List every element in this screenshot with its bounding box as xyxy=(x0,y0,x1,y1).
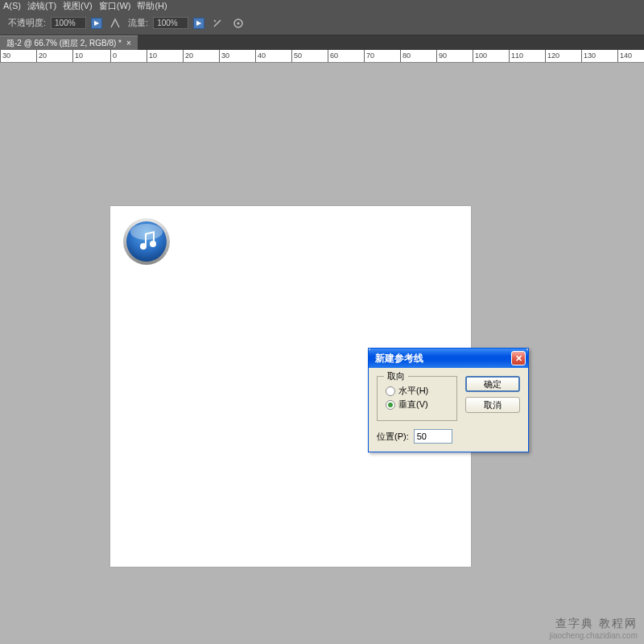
menu-item[interactable]: 滤镜(T) xyxy=(27,0,56,12)
opacity-value[interactable]: 100% xyxy=(51,17,86,29)
new-guide-dialog: 新建参考线 ✕ 取向 水平(H) 垂直(V) 位置(P): xyxy=(368,348,529,452)
menu-item[interactable]: 帮助(H) xyxy=(137,0,167,12)
ruler-tick: 50 xyxy=(291,50,302,63)
ruler-tick: 20 xyxy=(36,50,47,63)
ruler-tick: 130 xyxy=(581,50,596,63)
ruler-tick: 90 xyxy=(436,50,447,63)
flow-label: 流量: xyxy=(128,17,148,29)
menu-item[interactable]: 窗口(W) xyxy=(99,0,131,12)
ruler-tick: 0 xyxy=(110,50,117,63)
ruler-tick: 120 xyxy=(545,50,559,63)
airbrush-icon[interactable] xyxy=(209,16,225,31)
radio-vertical[interactable]: 垂直(V) xyxy=(386,398,448,411)
dialog-titlebar[interactable]: 新建参考线 ✕ xyxy=(369,349,528,368)
ruler-tick: 140 xyxy=(617,50,632,63)
options-bar: 不透明度: 100% ▶ 流量: 100% ▶ xyxy=(0,11,644,35)
ok-button[interactable]: 确定 xyxy=(465,376,520,392)
menu-bar: A(S) 滤镜(T) 视图(V) 窗口(W) 帮助(H) xyxy=(0,0,644,11)
ruler-tick: 40 xyxy=(255,50,266,63)
pressure-icon[interactable] xyxy=(107,16,123,31)
radio-icon xyxy=(386,400,395,410)
position-input[interactable] xyxy=(414,429,452,444)
close-icon[interactable]: × xyxy=(126,39,131,47)
itunes-icon xyxy=(122,217,171,266)
ruler-tick: 70 xyxy=(364,50,374,63)
menu-item[interactable]: 视图(V) xyxy=(63,0,93,12)
document-tab[interactable]: 题-2 @ 66.7% (图层 2, RGB/8) * × xyxy=(0,35,138,50)
document-tab-bar: 题-2 @ 66.7% (图层 2, RGB/8) * × xyxy=(0,35,644,50)
orientation-fieldset: 取向 水平(H) 垂直(V) xyxy=(377,376,457,421)
ruler-tick: 100 xyxy=(473,50,487,63)
fieldset-legend: 取向 xyxy=(384,370,408,382)
watermark-title: 查字典 教程网 xyxy=(549,616,638,630)
menu-item[interactable]: A(S) xyxy=(3,1,21,10)
opacity-label: 不透明度: xyxy=(8,17,46,29)
close-button[interactable]: ✕ xyxy=(511,351,526,365)
ruler-tick: 110 xyxy=(509,50,523,63)
ruler-tick: 60 xyxy=(328,50,338,63)
canvas-area: 新建参考线 ✕ 取向 水平(H) 垂直(V) 位置(P): xyxy=(0,63,644,644)
dialog-title: 新建参考线 xyxy=(375,352,423,365)
horizontal-ruler: 30 20 10 0 10 20 30 40 50 60 70 80 90 10… xyxy=(0,50,644,63)
flow-arrow-icon[interactable]: ▶ xyxy=(193,18,204,29)
ruler-tick: 20 xyxy=(183,50,193,63)
svg-point-1 xyxy=(237,22,240,24)
ruler-tick: 10 xyxy=(72,50,83,63)
cancel-button[interactable]: 取消 xyxy=(465,397,520,413)
flow-value[interactable]: 100% xyxy=(153,17,188,29)
watermark: 查字典 教程网 jiaocheng.chazidian.com xyxy=(549,616,638,641)
ruler-tick: 30 xyxy=(0,50,10,63)
ruler-tick: 80 xyxy=(400,50,411,63)
radio-horizontal[interactable]: 水平(H) xyxy=(386,385,448,397)
opacity-arrow-icon[interactable]: ▶ xyxy=(91,18,102,29)
ruler-tick: 10 xyxy=(147,50,157,63)
watermark-url: jiaocheng.chazidian.com xyxy=(549,630,638,641)
tablet-pressure-icon[interactable] xyxy=(230,16,246,31)
ruler-tick: 30 xyxy=(219,50,229,63)
position-label: 位置(P): xyxy=(377,431,409,443)
document-tab-title: 题-2 @ 66.7% (图层 2, RGB/8) * xyxy=(6,38,122,49)
radio-icon xyxy=(386,386,395,396)
